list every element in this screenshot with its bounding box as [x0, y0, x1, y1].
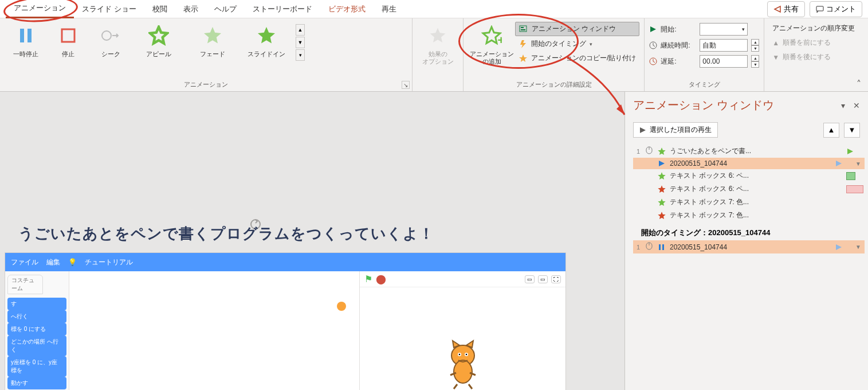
group-timing-label: タイミング: [649, 78, 759, 91]
stage-large-icon[interactable]: ▭: [538, 275, 548, 283]
animation-item[interactable]: テキスト ボックス 6: ペ...: [633, 169, 865, 182]
svg-rect-11: [520, 26, 527, 32]
scratch-menu-edit[interactable]: 編集: [46, 258, 60, 267]
scratch-block[interactable]: y座標を 0 に、y座標を: [7, 356, 66, 377]
animation-pane-icon: [519, 25, 528, 34]
svg-marker-16: [650, 26, 656, 32]
animation-item[interactable]: テキスト ボックス 6: ペ...: [633, 182, 865, 196]
animation-pane-button[interactable]: アニメーション ウィンドウ: [515, 22, 639, 36]
anim-item-index: 1: [637, 244, 642, 251]
gallery-more-button[interactable]: ▾: [296, 49, 305, 61]
start-combo[interactable]: ▾: [700, 23, 748, 36]
duration-label: 継続時間:: [661, 41, 696, 50]
tab-animation[interactable]: アニメーション: [6, 0, 74, 18]
reorder-header: アニメーションの順序変更: [769, 22, 858, 35]
delay-input[interactable]: 00.00: [700, 55, 748, 68]
anim-seek-label: シーク: [101, 50, 120, 58]
group-animation-launcher[interactable]: ↘: [402, 81, 410, 89]
scratch-block[interactable]: へ行く: [7, 310, 66, 323]
anim-item-dropdown[interactable]: ▼: [855, 244, 861, 250]
anim-pause-button[interactable]: 一時停止: [5, 21, 47, 58]
share-button[interactable]: 共有: [767, 1, 805, 17]
scratch-block[interactable]: どこかの場所 へ行く: [7, 336, 66, 356]
animation-item[interactable]: テキスト ボックス 7: 色...: [633, 196, 865, 209]
painter-label: アニメーションのコピー/貼り付け: [531, 53, 636, 63]
chevron-down-icon: ▾: [590, 41, 592, 47]
animation-item[interactable]: 1うごいたあとをペンで書...: [633, 145, 865, 158]
svg-marker-8: [430, 28, 446, 42]
svg-marker-14: [520, 40, 526, 48]
add-animation-icon: +: [480, 24, 503, 47]
workspace: うごいたあとをペンで書くプログラムをつくっていくよ！ 1 ペンを追加 ファイル …: [0, 92, 868, 390]
anim-item-bar: [846, 212, 861, 220]
anim-slidein-label: スライドイン: [248, 50, 285, 58]
anim-section-label: 開始のタイミング：20200515_104744: [633, 222, 865, 240]
scratch-block[interactable]: 動かす: [7, 377, 66, 389]
svg-point-4: [102, 31, 111, 40]
reorder-down-button[interactable]: ▼: [844, 123, 860, 138]
tab-video-format[interactable]: ビデオ形式: [320, 1, 374, 18]
effect-options-label: 効果の オプション: [422, 50, 454, 65]
scratch-tab-costume[interactable]: コスチューム: [7, 275, 43, 294]
pane-menu-button[interactable]: ▾: [841, 101, 845, 110]
play-selected-button[interactable]: 選択した項目の再生: [633, 122, 718, 138]
fullscreen-icon[interactable]: ⛶: [551, 275, 561, 283]
anim-item-dropdown[interactable]: ▼: [855, 161, 861, 167]
green-flag-icon[interactable]: ⚑: [364, 274, 372, 284]
scratch-cat-mini-icon: [335, 300, 348, 313]
delay-spinner[interactable]: ▲▼: [751, 55, 759, 68]
animation-item[interactable]: テキスト ボックス 7: 色...: [633, 209, 865, 222]
start-label: 開始:: [661, 25, 696, 34]
star-icon: [147, 24, 170, 47]
gallery-down-button[interactable]: ▼: [296, 37, 305, 48]
scratch-script-area[interactable]: ↖: [69, 271, 359, 390]
effect-icon: [657, 211, 666, 220]
animation-item[interactable]: 20200515_104744▼: [633, 158, 865, 169]
scratch-menu-tutorial[interactable]: チュートリアル: [85, 258, 133, 267]
effect-options-button: 効果の オプション: [417, 21, 458, 65]
tab-help[interactable]: ヘルプ: [206, 1, 245, 18]
slide-title-text[interactable]: うごいたあとをペンで書くプログラムをつくっていくよ！: [18, 224, 434, 244]
scratch-block[interactable]: す: [7, 298, 66, 310]
reorder-up-button[interactable]: ▲: [823, 123, 839, 138]
anim-slidein-button[interactable]: スライドイン: [239, 21, 293, 58]
scratch-window: ファイル 編集 💡 チュートリアル コスチューム すへ行く標を 0 にするどこか…: [5, 252, 566, 390]
anim-fade-label: フェード: [200, 50, 225, 58]
anim-stop-button[interactable]: 停止: [47, 21, 89, 58]
anim-item-text: うごいたあとをペンで書...: [670, 146, 843, 156]
tab-view[interactable]: 表示: [175, 1, 206, 18]
tab-review[interactable]: 校閲: [144, 1, 175, 18]
anim-seek-button[interactable]: シーク: [89, 21, 132, 58]
trigger-button[interactable]: 開始のタイミング ▾: [515, 37, 639, 50]
effect-icon: [657, 159, 666, 167]
tab-playback[interactable]: 再生: [374, 1, 404, 18]
anim-item-text: テキスト ボックス 6: ペ...: [670, 184, 843, 194]
share-label: 共有: [784, 4, 799, 14]
anim-fade-button[interactable]: フェード: [186, 21, 239, 58]
anim-item-bar: [846, 147, 861, 155]
slide-editor[interactable]: うごいたあとをペンで書くプログラムをつくっていくよ！ 1 ペンを追加 ファイル …: [0, 92, 625, 390]
share-icon: [773, 5, 781, 13]
tab-storyboard[interactable]: ストーリーボード: [245, 1, 320, 18]
gallery-up-button[interactable]: ▲: [296, 24, 305, 36]
scratch-menu-file[interactable]: ファイル: [11, 258, 38, 267]
anim-item-index: 1: [637, 148, 642, 155]
stage-small-icon[interactable]: ▭: [525, 275, 535, 283]
pane-close-button[interactable]: ✕: [853, 101, 860, 110]
svg-point-24: [454, 360, 472, 383]
scratch-stage: ⚑ ⬤ ▭ ▭ ⛶: [359, 271, 565, 390]
anim-appeal-button[interactable]: アピール: [132, 21, 186, 58]
tab-slideshow[interactable]: スライド ショー: [74, 1, 144, 18]
add-animation-button[interactable]: + アニメーション の追加: [468, 21, 515, 65]
comment-button[interactable]: コメント: [810, 1, 862, 17]
play-icon: [649, 25, 657, 33]
animation-item[interactable]: 120200515_104744▼: [633, 240, 865, 253]
ribbon-collapse-button[interactable]: ˄: [853, 79, 865, 89]
animation-painter-button[interactable]: アニメーションのコピー/貼り付け: [515, 52, 639, 65]
scratch-block[interactable]: 標を 0 にする: [7, 323, 66, 336]
stop-sign-icon[interactable]: ⬤: [376, 274, 386, 284]
duration-input[interactable]: 自動: [700, 39, 748, 52]
svg-text:+: +: [498, 33, 502, 46]
duration-spinner[interactable]: ▲▼: [751, 39, 759, 52]
anim-item-bar: [846, 198, 861, 206]
